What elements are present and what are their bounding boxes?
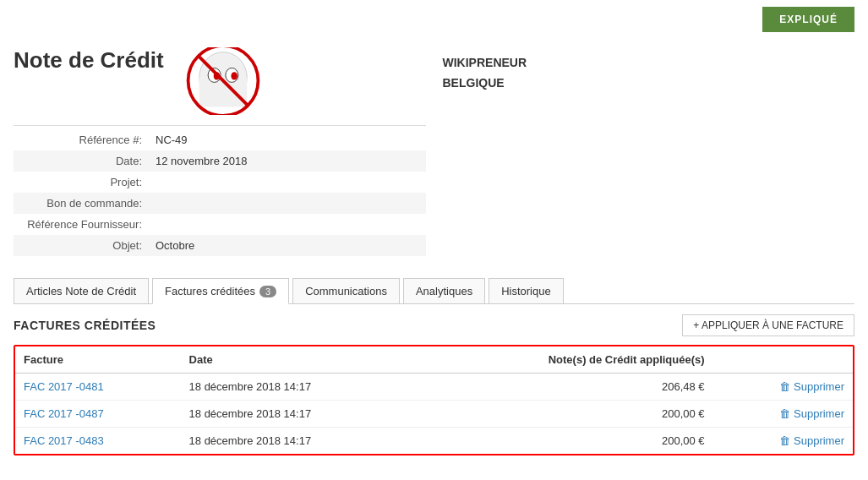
form-table: Référence #: NC-49 Date: 12 novembre 201…	[14, 129, 426, 256]
tab-articles-label: Articles Note de Crédit	[26, 285, 136, 297]
amount-1: 200,00 €	[418, 401, 712, 428]
company-country: BELGIQUE	[443, 76, 855, 90]
trash-icon-0: 🗑	[779, 380, 790, 393]
reference-fournisseur-row: Référence Fournisseur:	[14, 214, 426, 235]
table-header: Facture Date Note(s) de Crédit appliquée…	[15, 346, 853, 374]
main-container: Note de Crédit Référe	[0, 39, 868, 265]
tab-articles[interactable]: Articles Note de Crédit	[14, 278, 149, 303]
amount-2: 200,00 €	[418, 428, 712, 455]
bon-commande-label: Bon de commande:	[14, 193, 149, 214]
facture-2[interactable]: FAC 2017 -0483	[15, 428, 181, 455]
objet-row: Objet: Octobre	[14, 235, 426, 256]
bon-commande-row: Bon de commande:	[14, 193, 426, 214]
document-title-row: Note de Crédit	[14, 47, 426, 115]
col-notes-credit: Note(s) de Crédit appliquée(s)	[418, 346, 712, 374]
date-label: Date:	[14, 150, 149, 172]
objet-value: Octobre	[149, 235, 426, 256]
amount-0: 206,48 €	[418, 374, 712, 401]
delete-1[interactable]: 🗑Supprimer	[713, 401, 853, 428]
col-facture: Facture	[15, 346, 181, 374]
projet-row: Projet:	[14, 172, 426, 193]
table-body: FAC 2017 -0481 18 décembre 2018 14:17 20…	[15, 374, 853, 455]
section-title: FACTURES CRÉDITÉES	[14, 319, 156, 332]
reference-fournisseur-label: Référence Fournisseur:	[14, 214, 149, 235]
tab-historique-label: Historique	[501, 285, 551, 297]
tab-analytiques[interactable]: Analytiques	[403, 278, 485, 303]
reference-value: NC-49	[149, 129, 426, 150]
tabs-bar: Articles Note de Crédit Factures crédité…	[14, 278, 854, 304]
factures-table: Facture Date Note(s) de Crédit appliquée…	[15, 346, 853, 454]
section-header: FACTURES CRÉDITÉES + APPLIQUER À UNE FAC…	[14, 314, 854, 336]
right-section: WIKIPRENEUR BELGIQUE	[443, 47, 855, 256]
date-0: 18 décembre 2018 14:17	[181, 374, 418, 401]
trash-icon-1: 🗑	[779, 407, 790, 420]
facture-0[interactable]: FAC 2017 -0481	[15, 374, 181, 401]
apply-invoice-button[interactable]: + APPLIQUER À UNE FACTURE	[682, 314, 854, 336]
tab-communications-label: Communications	[305, 285, 387, 297]
trash-icon-2: 🗑	[779, 434, 790, 447]
tabs-section: Articles Note de Crédit Factures crédité…	[0, 278, 868, 304]
date-row: Date: 12 novembre 2018	[14, 150, 426, 172]
tab-analytiques-label: Analytiques	[416, 285, 472, 297]
tab-factures-badge: 3	[259, 286, 276, 297]
tab-historique[interactable]: Historique	[489, 278, 564, 303]
table-header-row: Facture Date Note(s) de Crédit appliquée…	[15, 346, 853, 374]
facture-1[interactable]: FAC 2017 -0487	[15, 401, 181, 428]
left-section: Note de Crédit Référe	[14, 47, 426, 256]
divider-top	[14, 125, 426, 126]
date-value: 12 novembre 2018	[149, 150, 426, 172]
top-bar: EXPLIQUÉ	[0, 0, 868, 39]
bon-commande-value	[149, 193, 426, 214]
reference-fournisseur-value	[149, 214, 426, 235]
document-title: Note de Crédit	[14, 47, 164, 74]
factures-table-wrapper: Facture Date Note(s) de Crédit appliquée…	[14, 345, 854, 455]
tab-factures-label: Factures créditées	[165, 285, 255, 297]
company-name: WIKIPRENEUR	[443, 56, 855, 69]
delete-2[interactable]: 🗑Supprimer	[713, 428, 853, 455]
reference-label: Référence #:	[14, 129, 149, 150]
table-row: FAC 2017 -0487 18 décembre 2018 14:17 20…	[15, 401, 853, 428]
date-1: 18 décembre 2018 14:17	[181, 401, 418, 428]
ghost-logo	[181, 47, 265, 115]
date-2: 18 décembre 2018 14:17	[181, 428, 418, 455]
content-section: FACTURES CRÉDITÉES + APPLIQUER À UNE FAC…	[0, 304, 868, 466]
tab-factures[interactable]: Factures créditées 3	[152, 278, 289, 304]
projet-value	[149, 172, 426, 193]
explique-button[interactable]: EXPLIQUÉ	[762, 7, 854, 32]
col-date: Date	[181, 346, 418, 374]
objet-label: Objet:	[14, 235, 149, 256]
col-action	[713, 346, 853, 374]
table-row: FAC 2017 -0481 18 décembre 2018 14:17 20…	[15, 374, 853, 401]
tab-communications[interactable]: Communications	[292, 278, 400, 303]
delete-0[interactable]: 🗑Supprimer	[713, 374, 853, 401]
table-row: FAC 2017 -0483 18 décembre 2018 14:17 20…	[15, 428, 853, 455]
projet-label: Projet:	[14, 172, 149, 193]
svg-point-5	[231, 72, 237, 79]
reference-row: Référence #: NC-49	[14, 129, 426, 150]
